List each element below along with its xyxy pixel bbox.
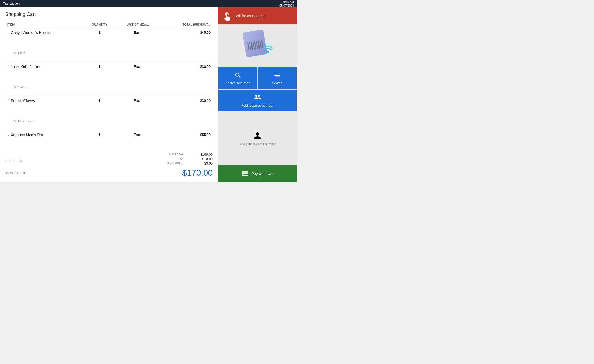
item-variant-row: M, Fiord: [5, 47, 213, 62]
item-variant: M, Saffron: [5, 81, 213, 96]
search-item-code-button[interactable]: Search item code: [218, 67, 257, 89]
subtotal-value: $160.00: [194, 152, 213, 156]
cart-footer: LINES 4 SUBTOTAL $160.00 TAX $10.00 DISC…: [5, 149, 213, 178]
left-panel: Shopping Cart ITEM QUANTITY UNIT OF MEA.…: [0, 7, 218, 182]
table-row[interactable]: ⌃ Gariya Women's Hoodie 1 Each $45.00: [5, 28, 213, 47]
item-variant-row: M, Blue Bayoux: [5, 115, 213, 130]
tax-label: TAX: [163, 157, 184, 160]
pay-with-card-label: Pay with card: [251, 171, 274, 176]
expand-icon[interactable]: ⌃: [7, 99, 10, 103]
cart-table: ITEM QUANTITY UNIT OF MEA... TOTAL (WITH…: [5, 21, 213, 149]
search-list-icon: [274, 72, 281, 79]
item-uom: Each: [116, 28, 160, 47]
lines-label: LINES: [5, 160, 13, 163]
item-total: $30.00: [160, 96, 213, 115]
amount-due-value: $170.00: [182, 168, 213, 178]
expand-icon[interactable]: ⌃: [7, 65, 10, 69]
table-row[interactable]: ⌃ Protive Gloves 1 Each $30.00: [5, 96, 213, 115]
pay-with-card-button[interactable]: Pay with card: [218, 165, 297, 182]
search-button[interactable]: Search: [258, 67, 297, 89]
scanner-illustration: [236, 28, 279, 63]
item-variant: M, Blue Bayoux: [5, 115, 213, 130]
table-row[interactable]: ⌄ Xemilian Men's Shirt 1 Each $55.00: [5, 130, 213, 149]
shopping-cart-title: Shopping Cart: [5, 12, 213, 17]
item-total: $45.00: [160, 28, 213, 47]
item-quantity: 1: [83, 96, 116, 115]
add-your-rewards-label: Add your rewards number: [239, 142, 276, 146]
title-bar: Transaction 9:16 AM 05/07/2024: [0, 0, 297, 7]
call-for-assistance-label: Call for assistance: [234, 14, 264, 18]
amount-due-label: AMOUNT DUE: [5, 171, 26, 175]
item-variant-row: M, Saffron: [5, 81, 213, 96]
discounts-label: DISCOUNTS: [163, 162, 184, 165]
subtotal-line: SUBTOTAL $160.00: [163, 152, 213, 156]
item-total: $30.00: [160, 62, 213, 81]
item-name: Xemilian Men's Shirt: [11, 133, 44, 137]
right-panel-inner: Call for assistance: [218, 7, 297, 182]
add-rewards-number-label: Add rewards number: [242, 103, 274, 107]
right-panel: Call for assistance: [218, 7, 297, 182]
item-name: Gariya Women's Hoodie: [11, 31, 51, 35]
date-display: 05/07/2024: [279, 4, 294, 7]
discounts-line: DISCOUNTS $0.00: [163, 161, 213, 165]
item-quantity: 1: [83, 130, 116, 149]
subtotals: SUBTOTAL $160.00 TAX $10.00 DISCOUNTS $0…: [163, 152, 213, 165]
tax-line: TAX $10.00: [163, 157, 213, 161]
scanner-area: [218, 24, 297, 66]
search-buttons-row: Search item code Search: [218, 67, 297, 89]
item-quantity: 1: [83, 28, 116, 47]
svg-point-10: [267, 51, 269, 53]
user-rewards-icon: [253, 131, 262, 140]
main-layout: Shopping Cart ITEM QUANTITY UNIT OF MEA.…: [0, 7, 297, 182]
rewards-area: Add your rewards number: [218, 112, 297, 165]
item-name: Joller Kid's Jacket: [11, 65, 40, 69]
item-uom: Each: [116, 130, 160, 149]
lines-section: LINES 4: [5, 159, 22, 163]
call-for-assistance-button[interactable]: Call for assistance: [218, 7, 297, 24]
summary-area: LINES 4 SUBTOTAL $160.00 TAX $10.00 DISC…: [5, 152, 213, 165]
table-row[interactable]: ⌃ Joller Kid's Jacket 1 Each $30.00: [5, 62, 213, 81]
amount-due-row: AMOUNT DUE $170.00: [5, 168, 213, 178]
tax-value: $10.00: [194, 157, 213, 161]
item-uom: Each: [116, 96, 160, 115]
item-total: $55.00: [160, 130, 213, 149]
item-variant: M, Fiord: [5, 47, 213, 62]
clock-area: 9:16 AM 05/07/2024: [279, 0, 294, 7]
add-rewards-number-button[interactable]: Add rewards number: [218, 90, 297, 111]
item-quantity: 1: [83, 62, 116, 81]
card-icon: [241, 170, 249, 177]
col-header-quantity: QUANTITY: [83, 21, 116, 28]
search-label: Search: [272, 81, 282, 85]
col-header-uom: UNIT OF MEA...: [116, 21, 160, 28]
rewards-icon: [254, 93, 261, 101]
time-display: 9:16 AM: [279, 0, 294, 4]
subtotal-label: SUBTOTAL: [163, 153, 184, 156]
search-item-code-icon: [234, 72, 242, 79]
col-header-item: ITEM: [5, 21, 83, 28]
col-header-total: TOTAL (WITHOUT...: [160, 21, 213, 28]
expand-icon[interactable]: ⌄: [7, 133, 10, 137]
hand-icon: [222, 11, 232, 21]
search-item-code-label: Search item code: [226, 81, 250, 85]
lines-count: 4: [20, 159, 22, 163]
discounts-value: $0.00: [194, 161, 213, 165]
item-name: Protive Gloves: [11, 99, 35, 103]
app-name: Transaction: [3, 2, 20, 6]
item-uom: Each: [116, 62, 160, 81]
expand-icon[interactable]: ⌃: [7, 31, 10, 35]
